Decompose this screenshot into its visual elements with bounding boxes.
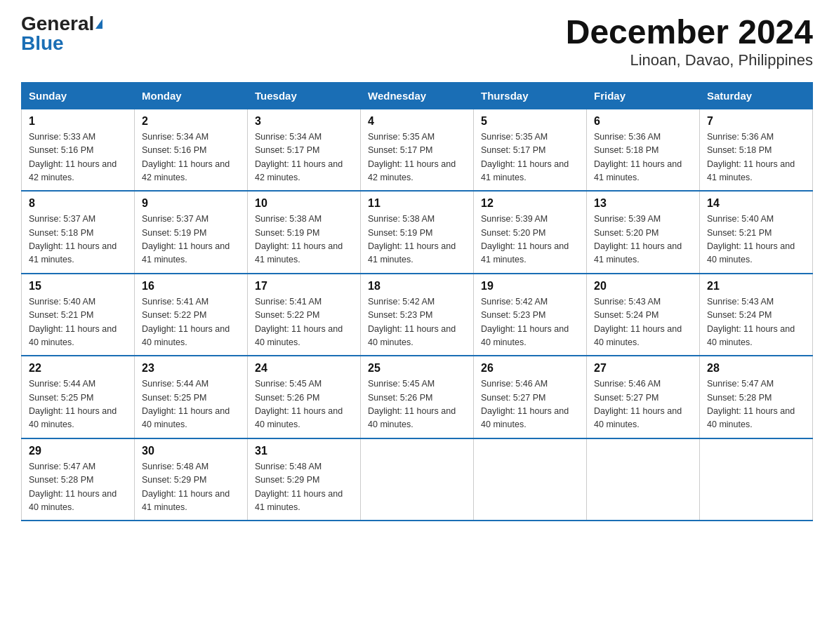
day-info: Sunrise: 5:41 AMSunset: 5:22 PMDaylight:… — [142, 297, 230, 347]
calendar-cell: 13 Sunrise: 5:39 AMSunset: 5:20 PMDaylig… — [587, 191, 700, 274]
logo-triangle-icon — [95, 19, 102, 29]
day-info: Sunrise: 5:47 AMSunset: 5:28 PMDaylight:… — [29, 462, 117, 512]
logo-blue-text: Blue — [21, 34, 64, 53]
calendar-cell: 29 Sunrise: 5:47 AMSunset: 5:28 PMDaylig… — [22, 438, 135, 521]
calendar-cell: 21 Sunrise: 5:43 AMSunset: 5:24 PMDaylig… — [700, 274, 813, 356]
day-number: 6 — [594, 115, 692, 128]
day-info: Sunrise: 5:36 AMSunset: 5:18 PMDaylight:… — [707, 132, 795, 182]
day-info: Sunrise: 5:44 AMSunset: 5:25 PMDaylight:… — [142, 379, 230, 429]
day-info: Sunrise: 5:48 AMSunset: 5:29 PMDaylight:… — [255, 462, 343, 512]
day-info: Sunrise: 5:44 AMSunset: 5:25 PMDaylight:… — [29, 379, 117, 429]
calendar-cell: 6 Sunrise: 5:36 AMSunset: 5:18 PMDayligh… — [587, 109, 700, 191]
weekday-header-row: SundayMondayTuesdayWednesdayThursdayFrid… — [22, 82, 813, 109]
day-info: Sunrise: 5:38 AMSunset: 5:19 PMDaylight:… — [368, 214, 456, 264]
calendar-cell: 1 Sunrise: 5:33 AMSunset: 5:16 PMDayligh… — [22, 109, 135, 191]
day-number: 22 — [29, 362, 127, 375]
day-number: 23 — [142, 362, 240, 375]
calendar-cell: 14 Sunrise: 5:40 AMSunset: 5:21 PMDaylig… — [700, 191, 813, 274]
calendar-cell: 27 Sunrise: 5:46 AMSunset: 5:27 PMDaylig… — [587, 356, 700, 438]
calendar-cell — [700, 438, 813, 521]
calendar-cell — [587, 438, 700, 521]
day-number: 15 — [29, 280, 127, 293]
weekday-header-friday: Friday — [587, 82, 700, 109]
logo: General Blue — [21, 14, 102, 53]
calendar-cell: 19 Sunrise: 5:42 AMSunset: 5:23 PMDaylig… — [474, 274, 587, 356]
calendar-cell: 11 Sunrise: 5:38 AMSunset: 5:19 PMDaylig… — [361, 191, 474, 274]
day-info: Sunrise: 5:42 AMSunset: 5:23 PMDaylight:… — [368, 297, 456, 347]
calendar-cell — [361, 438, 474, 521]
day-number: 13 — [594, 197, 692, 210]
day-number: 29 — [29, 445, 127, 457]
day-info: Sunrise: 5:40 AMSunset: 5:21 PMDaylight:… — [29, 297, 117, 347]
day-number: 25 — [368, 362, 466, 375]
day-number: 2 — [142, 115, 240, 128]
calendar-cell: 18 Sunrise: 5:42 AMSunset: 5:23 PMDaylig… — [361, 274, 474, 356]
calendar-cell: 20 Sunrise: 5:43 AMSunset: 5:24 PMDaylig… — [587, 274, 700, 356]
weekday-header-tuesday: Tuesday — [248, 82, 361, 109]
day-number: 10 — [255, 197, 353, 210]
calendar-week-row: 22 Sunrise: 5:44 AMSunset: 5:25 PMDaylig… — [22, 356, 813, 438]
day-number: 17 — [255, 280, 353, 293]
day-number: 8 — [29, 197, 127, 210]
calendar-cell: 24 Sunrise: 5:45 AMSunset: 5:26 PMDaylig… — [248, 356, 361, 438]
day-info: Sunrise: 5:36 AMSunset: 5:18 PMDaylight:… — [594, 132, 682, 182]
calendar-week-row: 8 Sunrise: 5:37 AMSunset: 5:18 PMDayligh… — [22, 191, 813, 274]
day-number: 28 — [707, 362, 805, 375]
day-info: Sunrise: 5:46 AMSunset: 5:27 PMDaylight:… — [594, 379, 682, 429]
calendar-cell: 22 Sunrise: 5:44 AMSunset: 5:25 PMDaylig… — [22, 356, 135, 438]
weekday-header-wednesday: Wednesday — [361, 82, 474, 109]
calendar-cell: 28 Sunrise: 5:47 AMSunset: 5:28 PMDaylig… — [700, 356, 813, 438]
weekday-header-sunday: Sunday — [22, 82, 135, 109]
day-info: Sunrise: 5:46 AMSunset: 5:27 PMDaylight:… — [481, 379, 569, 429]
day-number: 18 — [368, 280, 466, 293]
calendar-cell: 12 Sunrise: 5:39 AMSunset: 5:20 PMDaylig… — [474, 191, 587, 274]
day-number: 5 — [481, 115, 579, 128]
title-block: December 2024 Linoan, Davao, Philippines — [566, 14, 813, 69]
day-number: 21 — [707, 280, 805, 293]
calendar-cell: 10 Sunrise: 5:38 AMSunset: 5:19 PMDaylig… — [248, 191, 361, 274]
day-info: Sunrise: 5:39 AMSunset: 5:20 PMDaylight:… — [481, 214, 569, 264]
day-info: Sunrise: 5:38 AMSunset: 5:19 PMDaylight:… — [255, 214, 343, 264]
day-number: 3 — [255, 115, 353, 128]
day-info: Sunrise: 5:45 AMSunset: 5:26 PMDaylight:… — [368, 379, 456, 429]
calendar-cell: 4 Sunrise: 5:35 AMSunset: 5:17 PMDayligh… — [361, 109, 474, 191]
day-info: Sunrise: 5:34 AMSunset: 5:16 PMDaylight:… — [142, 132, 230, 182]
weekday-header-saturday: Saturday — [700, 82, 813, 109]
day-info: Sunrise: 5:39 AMSunset: 5:20 PMDaylight:… — [594, 214, 682, 264]
day-number: 16 — [142, 280, 240, 293]
day-number: 30 — [142, 445, 240, 457]
page-header: General Blue December 2024 Linoan, Davao… — [21, 14, 813, 69]
calendar-cell: 5 Sunrise: 5:35 AMSunset: 5:17 PMDayligh… — [474, 109, 587, 191]
day-info: Sunrise: 5:33 AMSunset: 5:16 PMDaylight:… — [29, 132, 117, 182]
day-number: 7 — [707, 115, 805, 128]
calendar-cell: 16 Sunrise: 5:41 AMSunset: 5:22 PMDaylig… — [135, 274, 248, 356]
day-info: Sunrise: 5:41 AMSunset: 5:22 PMDaylight:… — [255, 297, 343, 347]
day-number: 4 — [368, 115, 466, 128]
day-number: 1 — [29, 115, 127, 128]
calendar-title: December 2024 — [566, 14, 813, 51]
logo-general-text: General — [21, 14, 94, 34]
calendar-week-row: 1 Sunrise: 5:33 AMSunset: 5:16 PMDayligh… — [22, 109, 813, 191]
calendar-cell: 3 Sunrise: 5:34 AMSunset: 5:17 PMDayligh… — [248, 109, 361, 191]
calendar-cell: 8 Sunrise: 5:37 AMSunset: 5:18 PMDayligh… — [22, 191, 135, 274]
day-info: Sunrise: 5:43 AMSunset: 5:24 PMDaylight:… — [594, 297, 682, 347]
calendar-table: SundayMondayTuesdayWednesdayThursdayFrid… — [21, 82, 813, 522]
day-number: 9 — [142, 197, 240, 210]
day-info: Sunrise: 5:35 AMSunset: 5:17 PMDaylight:… — [368, 132, 456, 182]
calendar-week-row: 15 Sunrise: 5:40 AMSunset: 5:21 PMDaylig… — [22, 274, 813, 356]
day-number: 11 — [368, 197, 466, 210]
calendar-cell: 17 Sunrise: 5:41 AMSunset: 5:22 PMDaylig… — [248, 274, 361, 356]
calendar-cell: 30 Sunrise: 5:48 AMSunset: 5:29 PMDaylig… — [135, 438, 248, 521]
calendar-week-row: 29 Sunrise: 5:47 AMSunset: 5:28 PMDaylig… — [22, 438, 813, 521]
day-info: Sunrise: 5:43 AMSunset: 5:24 PMDaylight:… — [707, 297, 795, 347]
day-number: 24 — [255, 362, 353, 375]
day-info: Sunrise: 5:45 AMSunset: 5:26 PMDaylight:… — [255, 379, 343, 429]
day-number: 27 — [594, 362, 692, 375]
calendar-cell: 15 Sunrise: 5:40 AMSunset: 5:21 PMDaylig… — [22, 274, 135, 356]
calendar-cell — [474, 438, 587, 521]
day-info: Sunrise: 5:37 AMSunset: 5:19 PMDaylight:… — [142, 214, 230, 264]
day-info: Sunrise: 5:47 AMSunset: 5:28 PMDaylight:… — [707, 379, 795, 429]
calendar-subtitle: Linoan, Davao, Philippines — [566, 51, 813, 69]
calendar-cell: 9 Sunrise: 5:37 AMSunset: 5:19 PMDayligh… — [135, 191, 248, 274]
day-number: 26 — [481, 362, 579, 375]
